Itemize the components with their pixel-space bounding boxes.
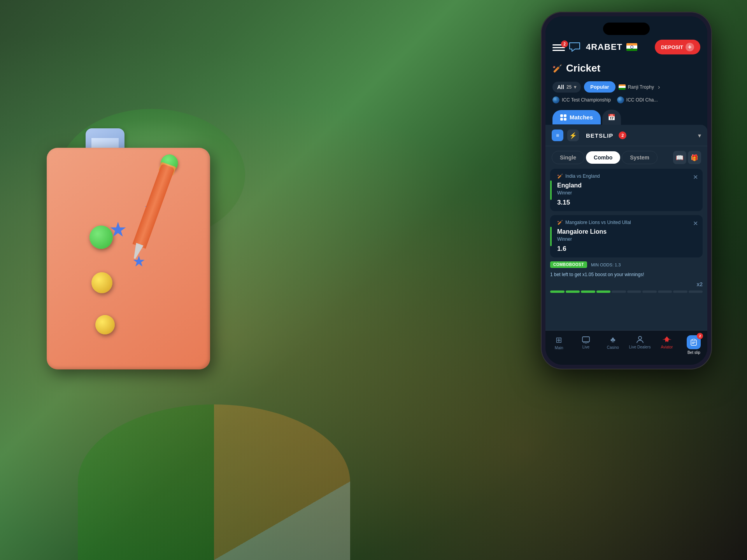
bet-match-label-2: 🏏 Mangalore Lions vs United Ullal: [557, 220, 697, 225]
nav-live-dealers-label: Live Dealers: [629, 345, 651, 349]
filter-icc-odi-button[interactable]: ICC ODI Cha...: [617, 96, 658, 103]
bet-odds-2: 1.6: [557, 245, 697, 253]
nav-casino-label: Casino: [607, 345, 619, 350]
phone-content: 2 4RABET DEPOSIT + 🏏 C: [545, 16, 707, 365]
filter-row-1: All 25 ▾ Popular Ranji Trophy ›: [545, 79, 707, 95]
nav-aviator[interactable]: Aviator: [653, 333, 680, 357]
progress-5: [612, 290, 626, 293]
progress-8: [658, 290, 672, 293]
filter-ranji-button[interactable]: Ranji Trophy: [619, 84, 654, 90]
icc-test-label: ICC Test Championship: [562, 97, 611, 103]
progress-1: [550, 290, 565, 293]
betslip-nav-badge: 2: [697, 333, 703, 339]
phone-frame: 2 4RABET DEPOSIT + 🏏 C: [541, 12, 712, 369]
filter-all-count: 25: [566, 84, 572, 90]
boost-info-text: 1 bet left to get x1.05 boost on your wi…: [550, 272, 703, 277]
comboboost-badge: COMBOBOOST: [550, 261, 587, 268]
betslip-nav-icon-container: 2: [687, 335, 701, 349]
bet-tab-combo[interactable]: Combo: [586, 151, 620, 164]
bet-team-2: Mangalore Lions: [557, 228, 697, 235]
close-bet-1-button[interactable]: ✕: [693, 173, 698, 181]
bet-odds-1: 3.15: [557, 199, 697, 206]
bet-type-2: Winner: [557, 236, 697, 242]
close-bet-2-button[interactable]: ✕: [693, 220, 698, 227]
bet-match-label-1: 🏏 India vs England: [557, 173, 697, 179]
tab-calendar[interactable]: 📅: [602, 110, 621, 125]
chevron-down-icon: ▾: [574, 84, 576, 90]
betslip-badge: 2: [619, 131, 626, 139]
progress-bar: [550, 290, 703, 293]
star-icon-1: ★: [109, 218, 127, 241]
nav-live-dealers[interactable]: Live Dealers: [626, 333, 653, 357]
app-logo: 4RABET: [586, 42, 622, 52]
background-flag: [78, 404, 350, 560]
grid-icon: [560, 114, 566, 121]
betslip-title: BETSLIP: [586, 132, 613, 139]
nav-main[interactable]: ⊞ Main: [545, 333, 572, 357]
cricket-small-icon-1: 🏏: [557, 173, 563, 179]
hamburger-menu-button[interactable]: 2: [552, 43, 565, 51]
scroll-right-icon[interactable]: ›: [658, 84, 660, 91]
nav-live-dealers-icon: [636, 335, 644, 344]
phone-inner: 2 4RABET DEPOSIT + 🏏 C: [545, 16, 707, 365]
bet-card-green-bar: [550, 180, 552, 200]
calendar-icon: 📅: [608, 114, 615, 121]
icc-odi-label: ICC ODI Cha...: [626, 97, 658, 103]
multiplier-display: x2: [550, 281, 703, 287]
nav-casino-icon: ♣: [610, 335, 615, 344]
nav-aviator-icon: [662, 335, 672, 344]
betslip-lightning-icon[interactable]: ⚡: [567, 130, 579, 141]
sport-title: Cricket: [566, 62, 600, 74]
nav-casino[interactable]: ♣ Casino: [600, 333, 626, 357]
clipboard-yellow-button-1: [91, 272, 112, 293]
cricket-small-icon-2: 🏏: [557, 220, 563, 225]
svg-point-1: [638, 336, 642, 340]
tab-matches[interactable]: Matches: [552, 110, 601, 124]
comboboost-min-odds: MIN ODDS: 1.3: [591, 262, 621, 267]
bet-card-2: 🏏 Mangalore Lions vs United Ullal ✕ Mang…: [550, 215, 703, 257]
bet-tab-system[interactable]: System: [622, 151, 658, 164]
betslip-chevron-icon[interactable]: ▾: [698, 132, 701, 139]
nav-aviator-label: Aviator: [661, 345, 673, 349]
nav-betslip[interactable]: 2 Bet slip: [680, 333, 707, 357]
nav-live[interactable]: Live: [572, 333, 599, 357]
multiplier-value: x2: [696, 281, 703, 287]
clipboard-yellow-button-2: [95, 315, 115, 334]
bet-tab-single[interactable]: Single: [552, 151, 584, 164]
progress-3: [581, 290, 595, 293]
filter-all-button[interactable]: All 25 ▾: [552, 82, 581, 93]
deposit-button[interactable]: DEPOSIT +: [655, 40, 700, 54]
clipboard-body: ★ ★ ★: [47, 148, 210, 369]
comboboost-row: COMBOBOOST MIN ODDS: 1.3: [550, 261, 703, 268]
deposit-label: DEPOSIT: [661, 44, 683, 50]
betslip-nav-clipboard-icon: [690, 339, 697, 346]
progress-2: [566, 290, 580, 293]
bet-gift-icon[interactable]: 🎁: [688, 151, 701, 164]
bet-type-row: Single Combo System 📖 🎁: [545, 146, 707, 169]
ranji-label: Ranji Trophy: [628, 84, 654, 90]
bottom-nav: ⊞ Main Live ♣ Casino: [545, 330, 707, 365]
clipboard-illustration: ★ ★ ★: [23, 117, 241, 381]
filter-icc-test-button[interactable]: ICC Test Championship: [552, 96, 611, 103]
progress-9: [673, 290, 687, 293]
menu-badge: 2: [561, 40, 568, 47]
cricket-icon: 🏏: [552, 64, 562, 73]
nav-main-icon: ⊞: [556, 335, 562, 345]
betslip-doc-icon[interactable]: ≡: [552, 130, 563, 141]
chat-icon[interactable]: [569, 42, 580, 52]
svg-rect-0: [582, 337, 589, 342]
nav-betslip-label: Bet slip: [687, 350, 700, 355]
nav-live-label: Live: [582, 345, 589, 349]
progress-10: [689, 290, 703, 293]
tab-matches-label: Matches: [570, 114, 593, 121]
globe-icon-icc-odi: [617, 96, 624, 103]
bet-card-1: 🏏 India vs England ✕ England Winner 3.15: [550, 169, 703, 211]
phone-notch: [603, 23, 650, 35]
filter-popular-button[interactable]: Popular: [584, 81, 615, 93]
filter-row-2: ICC Test Championship ICC ODI Cha...: [545, 95, 707, 107]
bet-book-icon[interactable]: 📖: [673, 151, 686, 164]
progress-7: [642, 290, 657, 293]
nav-live-icon: [582, 335, 590, 344]
filter-all-label: All: [557, 84, 564, 90]
india-flag-icon: [626, 43, 637, 51]
